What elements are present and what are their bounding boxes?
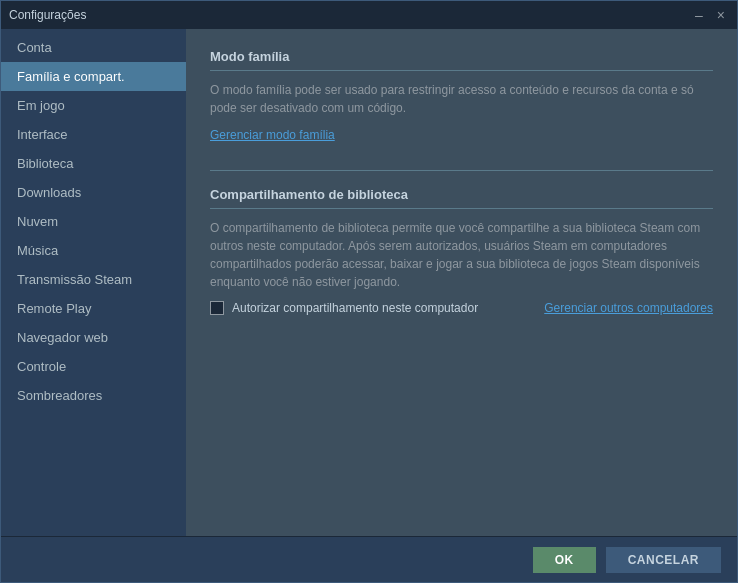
main-panel: Modo família O modo família pode ser usa…	[186, 29, 737, 536]
compartilhamento-desc: O compartilhamento de biblioteca permite…	[210, 219, 713, 291]
sidebar-item-controle[interactable]: Controle	[1, 352, 186, 381]
compartilhamento-checkbox-label: Autorizar compartilhamento neste computa…	[232, 301, 478, 315]
sidebar-item-familia[interactable]: Família e compart.	[1, 62, 186, 91]
window-title: Configurações	[9, 8, 86, 22]
gerenciar-computadores-link[interactable]: Gerenciar outros computadores	[544, 301, 713, 315]
sidebar-item-transmissao[interactable]: Transmissão Steam	[1, 265, 186, 294]
ok-button[interactable]: OK	[533, 547, 596, 573]
sidebar-item-biblioteca[interactable]: Biblioteca	[1, 149, 186, 178]
compartilhamento-row: Autorizar compartilhamento neste computa…	[210, 301, 713, 315]
sidebar-item-musica[interactable]: Música	[1, 236, 186, 265]
sidebar-item-em-jogo[interactable]: Em jogo	[1, 91, 186, 120]
sidebar: ContaFamília e compart.Em jogoInterfaceB…	[1, 29, 186, 536]
sidebar-item-sombreadores[interactable]: Sombreadores	[1, 381, 186, 410]
settings-window: Configurações – × ContaFamília e compart…	[0, 0, 738, 583]
compartilhamento-checkbox[interactable]	[210, 301, 224, 315]
sidebar-item-interface[interactable]: Interface	[1, 120, 186, 149]
sidebar-item-nuvem[interactable]: Nuvem	[1, 207, 186, 236]
section-modo-familia: Modo família O modo família pode ser usa…	[210, 49, 713, 142]
close-button[interactable]: ×	[713, 8, 729, 22]
sidebar-item-conta[interactable]: Conta	[1, 33, 186, 62]
cancel-button[interactable]: CANCELAR	[606, 547, 721, 573]
main-content: ContaFamília e compart.Em jogoInterfaceB…	[1, 29, 737, 536]
minimize-button[interactable]: –	[691, 8, 707, 22]
modo-familia-title: Modo família	[210, 49, 713, 71]
section-compartilhamento: Compartilhamento de biblioteca O compart…	[210, 187, 713, 315]
sidebar-item-navegador[interactable]: Navegador web	[1, 323, 186, 352]
compartilhamento-title: Compartilhamento de biblioteca	[210, 187, 713, 209]
modo-familia-desc: O modo família pode ser usado para restr…	[210, 81, 713, 117]
bottom-bar: OK CANCELAR	[1, 536, 737, 582]
sidebar-item-downloads[interactable]: Downloads	[1, 178, 186, 207]
gerenciar-modo-familia-link[interactable]: Gerenciar modo família	[210, 128, 335, 142]
title-bar-controls: – ×	[691, 8, 729, 22]
title-bar: Configurações – ×	[1, 1, 737, 29]
section-divider	[210, 170, 713, 171]
sidebar-item-remote-play[interactable]: Remote Play	[1, 294, 186, 323]
